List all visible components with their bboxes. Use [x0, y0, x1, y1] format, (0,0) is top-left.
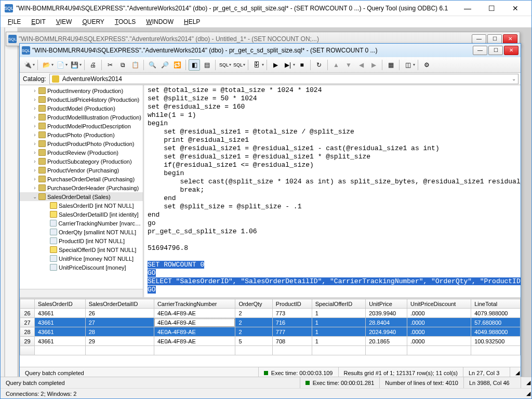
- cell[interactable]: 29: [85, 337, 154, 346]
- copy-icon[interactable]: ⧉: [117, 59, 128, 71]
- row-header[interactable]: [20, 346, 35, 355]
- cut-icon[interactable]: ✂: [104, 59, 116, 71]
- toggle-grid-icon[interactable]: ▤: [201, 59, 212, 71]
- cell[interactable]: 100.932500: [471, 337, 521, 346]
- child-min-button[interactable]: —: [473, 46, 487, 55]
- tree-column[interactable]: UnitPrice [money NOT NULL]: [20, 254, 143, 263]
- cell[interactable]: [35, 346, 86, 355]
- cell[interactable]: 4E0A-4F89-AE: [154, 327, 235, 337]
- expand-icon[interactable]: ›: [31, 176, 38, 182]
- close-button[interactable]: ✕: [503, 1, 527, 16]
- tree-table[interactable]: ›ProductReview (Production): [20, 148, 143, 157]
- row-header[interactable]: 27: [20, 318, 35, 327]
- column-header[interactable]: SpecialOfferID: [312, 299, 365, 309]
- cell[interactable]: 20.1865: [366, 337, 407, 346]
- column-header[interactable]: UnitPrice: [366, 299, 407, 309]
- cell[interactable]: 1: [312, 337, 365, 346]
- tree-column[interactable]: UnitPriceDiscount [money]: [20, 263, 143, 272]
- dropdown-icon[interactable]: ▾: [51, 62, 54, 67]
- save-as-icon[interactable]: 📄: [55, 59, 66, 71]
- cell[interactable]: 2: [235, 327, 272, 337]
- cell[interactable]: 1: [312, 309, 365, 318]
- minimize-button[interactable]: —: [456, 1, 480, 16]
- sql-batch-icon[interactable]: SQL: [232, 59, 244, 71]
- cell[interactable]: 4E0A-4F89-AE: [154, 318, 235, 327]
- refresh-icon[interactable]: ↻: [313, 59, 325, 71]
- tree-table[interactable]: ›PurchaseOrderDetail (Purchasing): [20, 175, 143, 183]
- tree-column[interactable]: ProductID [int NOT NULL]: [20, 236, 143, 245]
- column-header[interactable]: ProductID: [272, 299, 312, 309]
- cell[interactable]: [312, 346, 365, 355]
- execute-icon[interactable]: ▶: [270, 59, 281, 71]
- row-header[interactable]: 26: [20, 309, 35, 318]
- cell[interactable]: 716: [272, 318, 312, 327]
- column-header[interactable]: LineTotal: [471, 299, 521, 309]
- cell[interactable]: [154, 346, 235, 355]
- column-header[interactable]: OrderQty: [235, 299, 272, 309]
- menu-query[interactable]: QUERY: [78, 17, 108, 26]
- cell[interactable]: [407, 346, 471, 355]
- cell[interactable]: 4079.988000: [471, 309, 521, 318]
- cell[interactable]: 4049.988000: [471, 327, 521, 337]
- cell[interactable]: 5: [235, 337, 272, 346]
- row-header-corner[interactable]: [20, 299, 35, 309]
- child-close-button[interactable]: ✕: [504, 46, 518, 55]
- results-grid[interactable]: SalesOrderIDSalesOrderDetailIDCarrierTra…: [20, 299, 521, 367]
- expand-icon[interactable]: ›: [31, 97, 38, 102]
- cell[interactable]: [85, 346, 154, 355]
- cell[interactable]: 1: [312, 318, 365, 327]
- cell[interactable]: .0000: [407, 318, 471, 327]
- row-header[interactable]: 28: [20, 327, 35, 337]
- cell[interactable]: 4E0A-4F89-AE: [154, 337, 235, 346]
- cell[interactable]: 1: [312, 327, 365, 337]
- replace-icon[interactable]: 🔁: [171, 59, 183, 71]
- sql-editor[interactable]: set @total_size = @total_size * 1024 * 1…: [144, 85, 521, 297]
- tree-table[interactable]: ›ProductPhoto (Production): [20, 130, 143, 139]
- cell[interactable]: 43661: [35, 318, 86, 327]
- column-header[interactable]: SalesOrderID: [35, 299, 86, 309]
- resize-grip-icon[interactable]: ◢: [521, 377, 531, 388]
- resize-grip-icon[interactable]: ◢: [521, 389, 531, 398]
- cell[interactable]: 2039.9940: [366, 309, 407, 318]
- grid-options-icon[interactable]: ▦: [385, 59, 396, 71]
- menu-help[interactable]: HELP: [180, 17, 204, 26]
- horizontal-scrollbar[interactable]: [20, 289, 143, 297]
- cell[interactable]: [366, 346, 407, 355]
- dropdown-icon[interactable]: ▾: [79, 62, 82, 67]
- tree-table[interactable]: ›ProductProductPhoto (Production): [20, 139, 143, 148]
- settings-icon[interactable]: ⚙: [421, 59, 432, 71]
- column-header[interactable]: UnitPriceDiscount: [407, 299, 471, 309]
- cell[interactable]: [235, 346, 272, 355]
- expand-icon[interactable]: ›: [31, 141, 38, 147]
- tree-column[interactable]: CarrierTrackingNumber [nvarchar]: [20, 219, 143, 228]
- tree-table[interactable]: ›ProductSubcategory (Production): [20, 157, 143, 166]
- table-row[interactable]: 2943661294E0A-4F89-AE5708120.1865.000010…: [20, 337, 521, 346]
- expand-icon[interactable]: ›: [31, 167, 38, 173]
- cell[interactable]: 27: [85, 318, 154, 327]
- menu-tools[interactable]: TOOLS: [111, 17, 140, 26]
- dropdown-icon[interactable]: ▾: [262, 62, 264, 67]
- new-connection-icon[interactable]: 🔌: [22, 59, 33, 71]
- cell[interactable]: 28.8404: [366, 318, 407, 327]
- cell[interactable]: .0000: [407, 337, 471, 346]
- child-max-button[interactable]: ☐: [488, 46, 503, 55]
- cell[interactable]: 43661: [35, 337, 86, 346]
- expand-icon[interactable]: ›: [31, 114, 38, 120]
- cell[interactable]: 2: [235, 318, 272, 327]
- tree-column[interactable]: SalesOrderID [int NOT NULL]: [20, 201, 143, 210]
- cell[interactable]: 57.680800: [471, 318, 521, 327]
- child-min-button[interactable]: —: [472, 34, 486, 44]
- table-row[interactable]: 2843661284E0A-4F89-AE277712024.9940.0000…: [20, 327, 521, 337]
- cell[interactable]: 4E0A-4F89-AE: [154, 309, 235, 318]
- tree-table[interactable]: ›ProductModelProductDescription: [20, 122, 143, 130]
- tree-table-selected[interactable]: ⌄SalesOrderDetail (Sales): [20, 192, 143, 201]
- cell[interactable]: [272, 346, 312, 355]
- expand-icon[interactable]: ›: [31, 123, 38, 129]
- find-next-icon[interactable]: 🔎: [159, 59, 170, 71]
- table-row[interactable]: 2743661274E0A-4F89-AE2716128.8404.000057…: [20, 318, 521, 327]
- menu-file[interactable]: FILE: [4, 17, 25, 26]
- stop-icon[interactable]: ■: [296, 59, 308, 71]
- column-header[interactable]: SalesOrderDetailID: [85, 299, 154, 309]
- collapse-icon[interactable]: ⌄: [31, 194, 38, 200]
- menu-view[interactable]: VIEW: [52, 17, 76, 26]
